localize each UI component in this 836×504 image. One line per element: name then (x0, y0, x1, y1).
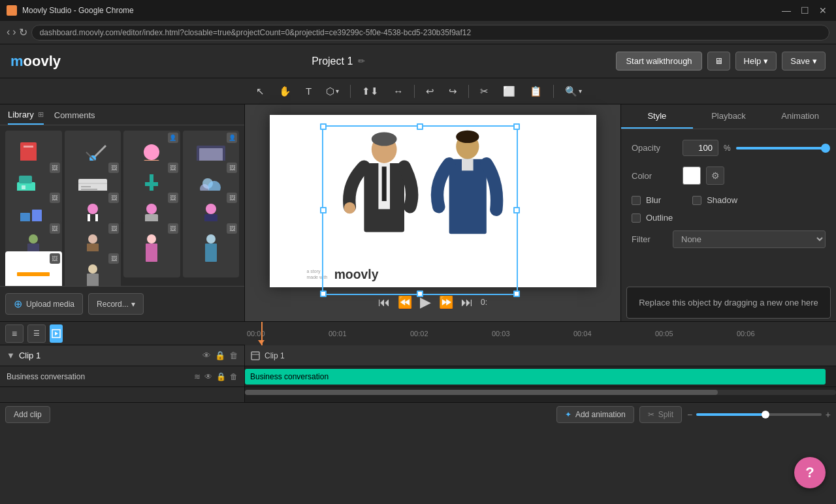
split-button[interactable]: ✂ Split (639, 406, 682, 423)
color-picker[interactable] (683, 166, 701, 185)
track-visibility-icon[interactable]: 👁 (204, 372, 212, 381)
list-item-badge: 🖼 (50, 253, 60, 264)
add-animation-button[interactable]: ✦ Add animation (556, 406, 634, 423)
hand-tool[interactable]: ✋ (273, 82, 297, 101)
zoom-track[interactable] (696, 413, 822, 416)
shadow-label: Shadow (707, 195, 737, 205)
tab-comments[interactable]: Comments (54, 110, 95, 125)
zoom-thumb[interactable] (762, 411, 769, 418)
canvas[interactable]: a story made with moovly (270, 115, 596, 287)
list-item[interactable]: 🖼 (123, 221, 180, 278)
business-conversation-track[interactable]: Business conversation (245, 366, 836, 387)
more-tools-button[interactable]: 🔍 ▾ (559, 82, 588, 101)
filter-label: Filter (632, 234, 667, 244)
timeline-list-view-button[interactable]: ≡ (5, 324, 24, 343)
add-clip-button[interactable]: Add clip (5, 406, 50, 423)
list-item[interactable]: 🖼 (5, 251, 62, 286)
skip-back-button[interactable]: ⏮ (378, 296, 390, 309)
timeline-compact-view-button[interactable]: ☰ (27, 324, 46, 343)
refresh-icon[interactable]: ↻ (19, 26, 27, 39)
tab-style[interactable]: Style (621, 104, 693, 129)
cut-button[interactable]: ✂ (474, 82, 494, 101)
track-business-conversation: Business conversation ≋ 👁 🔒 🗑 (0, 366, 244, 387)
paste-button[interactable]: 📋 (524, 82, 548, 101)
list-item[interactable]: 🖼 (183, 221, 240, 278)
outline-checkbox[interactable] (632, 213, 641, 223)
list-item-badge: 🖼 (227, 193, 237, 203)
svg-point-5 (144, 144, 159, 160)
track-lock-icon[interactable]: 🔒 (216, 372, 226, 381)
track-delete-icon[interactable]: 🗑 (230, 372, 238, 381)
handle-bottom-left[interactable] (320, 291, 327, 297)
clip-1-delete-icon[interactable]: 🗑 (229, 351, 238, 360)
tab-playback[interactable]: Playback (693, 104, 765, 129)
svg-rect-11 (22, 185, 25, 189)
blur-row: Blur Shadow (632, 195, 826, 205)
close-button[interactable]: ✕ (816, 4, 829, 17)
timeline-scrollbar-thumb[interactable] (245, 390, 718, 395)
timeline-footer: Add clip ✦ Add animation ✂ Split − + (0, 402, 836, 426)
zoom-minus-icon[interactable]: − (687, 409, 692, 420)
header-actions: Start walkthrough 🖥 Help ▾ Save ▾ (616, 52, 826, 71)
business-conversation-item[interactable]: Business conversation (245, 369, 826, 385)
list-item-badge: 🖼 (50, 163, 60, 173)
moovly-logo: moovly (10, 53, 61, 70)
library-expand-icon[interactable]: ⊞ (38, 110, 44, 119)
undo-button[interactable]: ↩ (420, 82, 440, 101)
help-fab-icon: ? (805, 464, 814, 481)
opacity-input[interactable] (683, 140, 718, 156)
back-icon[interactable]: ‹ (7, 26, 10, 39)
record-button[interactable]: Record... ▾ (88, 293, 144, 315)
list-item[interactable]: 🖼 (65, 251, 121, 286)
skip-forward-button[interactable]: ⏭ (461, 296, 473, 309)
forward-icon[interactable]: › (12, 26, 16, 39)
opacity-slider-track[interactable] (736, 147, 826, 150)
shadow-checkbox[interactable] (692, 196, 701, 205)
fast-forward-button[interactable]: ⏩ (439, 295, 453, 309)
shape-tool[interactable]: ⬡ ▾ (320, 82, 345, 101)
align-horizontal-tool[interactable]: ↔ (387, 82, 409, 100)
svg-point-34 (88, 234, 97, 244)
list-item-badge: 👤 (168, 133, 178, 143)
opacity-slider-fill (736, 147, 826, 150)
blur-checkbox[interactable] (632, 196, 641, 205)
url-bar[interactable]: dashboard.moovly.com/editor/index.html?c… (31, 25, 829, 40)
timeline-ruler[interactable]: 00:00 00:01 00:02 00:03 00:04 00:05 00:0… (245, 322, 836, 345)
upload-media-button[interactable]: ⊕ Upload media (5, 293, 83, 315)
rewind-button[interactable]: ⏪ (398, 295, 412, 309)
zoom-plus-icon[interactable]: + (826, 409, 831, 420)
text-tool[interactable]: T (300, 82, 317, 100)
color-settings-button[interactable]: ⚙ (706, 166, 724, 185)
copy-button[interactable]: ⬜ (497, 82, 521, 101)
help-fab[interactable]: ? (794, 457, 826, 488)
save-button[interactable]: Save ▾ (782, 52, 826, 71)
replace-tooltip-text: Replace this object by dragging a new on… (639, 298, 818, 307)
clip-1-visibility-icon[interactable]: 👁 (202, 351, 211, 360)
help-button[interactable]: Help ▾ (735, 52, 777, 71)
opacity-slider-thumb[interactable] (821, 144, 830, 153)
timeline-scrollbar-track[interactable] (245, 390, 836, 395)
monitor-button[interactable]: 🖥 (707, 52, 730, 71)
play-button[interactable]: ▶ (420, 294, 431, 311)
tab-library[interactable]: Library ⊞ (8, 110, 44, 125)
sidebar-tabs: Library ⊞ Comments (0, 104, 244, 125)
clip-1-label: Clip 1 (19, 351, 199, 360)
minimize-button[interactable]: — (780, 4, 793, 17)
figure-right (437, 131, 496, 234)
clip-1-collapse-icon[interactable]: ▼ (7, 351, 15, 360)
list-item-badge: 🖼 (108, 163, 119, 173)
tab-animation[interactable]: Animation (764, 104, 836, 129)
canvas-player: ⏮ ⏪ ▶ ⏩ ⏭ 0: (378, 294, 487, 311)
select-tool[interactable]: ↖ (250, 82, 270, 101)
align-vertical-tool[interactable]: ⬆⬇ (356, 82, 385, 101)
start-walkthrough-button[interactable]: Start walkthrough (616, 52, 701, 71)
redo-button[interactable]: ↪ (443, 82, 463, 101)
filter-select[interactable]: None (673, 230, 826, 248)
handle-bottom-right[interactable] (513, 291, 520, 297)
edit-project-name-icon[interactable]: ✏ (358, 56, 365, 66)
add-animation-icon: ✦ (565, 410, 571, 419)
playhead[interactable] (261, 322, 263, 345)
maximize-button[interactable]: ☐ (798, 4, 811, 17)
svg-point-24 (88, 204, 98, 214)
clip-1-lock-icon[interactable]: 🔒 (215, 351, 225, 360)
